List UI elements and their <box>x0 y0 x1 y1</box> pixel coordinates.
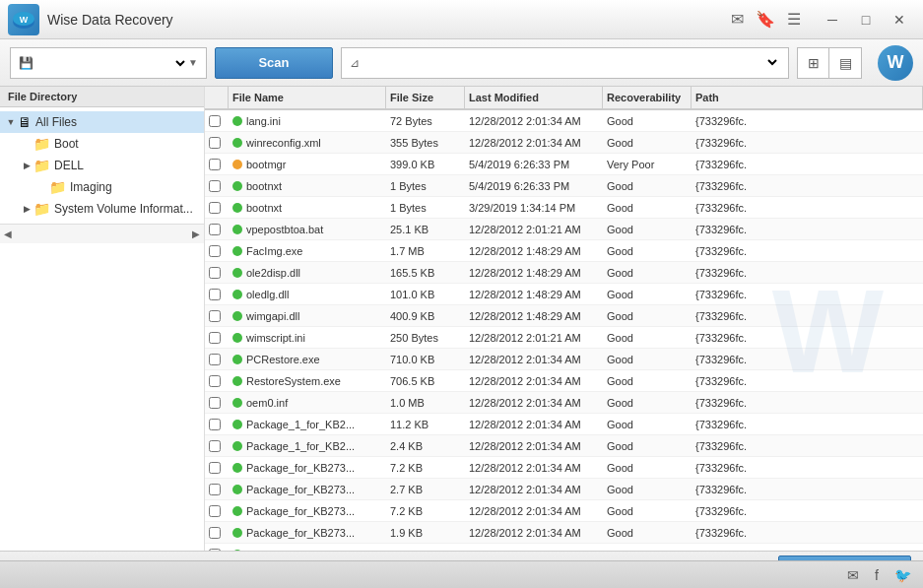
sidebar-item-label: DELL <box>54 159 84 172</box>
scroll-left-arrow[interactable]: ◀ <box>4 229 12 239</box>
table-row[interactable]: bootnxt 1 Bytes 5/4/2019 6:26:33 PM Good… <box>205 175 923 197</box>
row-filename: bootnxt <box>229 202 386 214</box>
table-row[interactable]: Package_for_KB273... 2.7 KB 12/28/2012 2… <box>205 479 923 500</box>
expand-icon: ▶ <box>20 161 33 170</box>
col-header-check[interactable] <box>205 87 229 108</box>
row-filename: PCRestore.exe <box>229 354 386 365</box>
col-header-name[interactable]: File Name <box>229 87 386 108</box>
col-header-size[interactable]: File Size <box>386 87 465 108</box>
row-path: {733296fc. <box>692 462 923 474</box>
row-path: {733296fc. <box>692 267 923 279</box>
sidebar-header: File Directory <box>0 87 204 107</box>
sidebar-item-all-files[interactable]: ▼ 🖥 All Files <box>0 111 204 133</box>
row-checkbox[interactable] <box>205 159 229 170</box>
table-row[interactable]: Package_1_for_KB2... 11.2 KB 12/28/2012 … <box>205 414 923 435</box>
col-header-modified[interactable]: Last Modified <box>465 87 603 108</box>
row-recoverability: Good <box>603 397 692 409</box>
table-row[interactable]: FacImg.exe 1.7 MB 12/28/2012 1:48:29 AM … <box>205 240 923 262</box>
row-path: {733296fc. <box>692 549 923 552</box>
mail-icon[interactable]: ✉ <box>731 10 744 29</box>
maximize-button[interactable]: □ <box>850 6 882 33</box>
email-bottom-icon[interactable]: ✉ <box>847 567 859 583</box>
status-dot <box>232 138 242 148</box>
status-dot <box>232 225 242 234</box>
row-checkbox[interactable] <box>205 484 229 495</box>
row-checkbox[interactable] <box>205 202 229 214</box>
sidebar-item-sysvolinfo[interactable]: ▶ 📁 System Volume Informat... <box>0 198 204 220</box>
row-filesize: 11.2 KB <box>386 419 465 430</box>
sidebar-item-boot[interactable]: 📁 Boot <box>0 133 204 155</box>
row-checkbox[interactable] <box>205 332 229 344</box>
row-recoverability: Good <box>603 310 692 322</box>
row-checkbox[interactable] <box>205 397 229 409</box>
row-filename: Package_1_for_KB2... <box>229 419 386 430</box>
close-button[interactable]: ✕ <box>884 6 915 33</box>
table-row[interactable]: vpepostbtoa.bat 25.1 KB 12/28/2012 2:01:… <box>205 219 923 240</box>
row-checkbox[interactable] <box>205 462 229 474</box>
view-toggle: ⊞ ▤ <box>797 47 862 79</box>
table-row[interactable]: bootmgr 399.0 KB 5/4/2019 6:26:33 PM Ver… <box>205 154 923 175</box>
row-checkbox[interactable] <box>205 310 229 322</box>
table-row[interactable]: PCRestore.exe 710.0 KB 12/28/2012 2:01:3… <box>205 349 923 370</box>
facebook-bottom-icon[interactable]: f <box>875 567 879 583</box>
row-checkbox[interactable] <box>205 289 229 300</box>
user-avatar: W <box>878 45 913 81</box>
sidebar-item-dell[interactable]: ▶ 📁 DELL <box>0 155 204 176</box>
row-checkbox[interactable] <box>205 224 229 235</box>
row-recoverability: Good <box>603 332 692 344</box>
table-row[interactable]: ole2disp.dll 165.5 KB 12/28/2012 1:48:29… <box>205 262 923 284</box>
main-content: File Directory ▼ 🖥 All Files 📁 Boot ▶ 📁 … <box>0 87 923 551</box>
scan-button[interactable]: Scan <box>215 47 333 79</box>
col-header-recoverability[interactable]: Recoverability <box>603 87 692 108</box>
row-recoverability: Good <box>603 289 692 300</box>
drive-dropdown[interactable] <box>39 55 188 71</box>
row-checkbox[interactable] <box>205 375 229 387</box>
row-checkbox[interactable] <box>205 245 229 257</box>
row-checkbox[interactable] <box>205 527 229 539</box>
scroll-right-arrow[interactable]: ▶ <box>192 229 200 239</box>
row-checkbox[interactable] <box>205 137 229 149</box>
table-row[interactable]: lang.ini 72 Bytes 12/28/2012 2:01:34 AM … <box>205 110 923 132</box>
row-checkbox[interactable] <box>205 354 229 365</box>
table-row[interactable]: Package_for_KB273... 7.2 KB 12/28/2012 2… <box>205 544 923 551</box>
menu-icon[interactable]: ☰ <box>787 10 801 29</box>
row-checkbox[interactable] <box>205 549 229 552</box>
drive-selector[interactable]: 💾 ▼ <box>10 47 207 79</box>
file-list: W lang.ini 72 Bytes 12/28/2012 2:01:34 A… <box>205 110 923 551</box>
view-list-button[interactable]: ▤ <box>829 48 861 78</box>
row-modified: 12/28/2012 2:01:34 AM <box>465 137 603 149</box>
table-row[interactable]: Package_1_for_KB2... 2.4 KB 12/28/2012 2… <box>205 435 923 457</box>
table-row[interactable]: wimgapi.dll 400.9 KB 12/28/2012 1:48:29 … <box>205 305 923 327</box>
sidebar-item-imaging[interactable]: 📁 Imaging <box>0 176 204 198</box>
row-path: {733296fc. <box>692 505 923 517</box>
table-row[interactable]: bootnxt 1 Bytes 3/29/2019 1:34:14 PM Goo… <box>205 197 923 219</box>
twitter-bottom-icon[interactable]: 🐦 <box>894 567 911 583</box>
row-checkbox[interactable] <box>205 115 229 127</box>
row-modified: 3/29/2019 1:34:14 PM <box>465 202 603 214</box>
row-checkbox[interactable] <box>205 180 229 192</box>
table-row[interactable]: oledlg.dll 101.0 KB 12/28/2012 1:48:29 A… <box>205 284 923 305</box>
table-row[interactable]: Package_for_KB273... 1.9 KB 12/28/2012 2… <box>205 522 923 544</box>
col-header-path[interactable]: Path <box>692 87 923 108</box>
filter-dropdown[interactable] <box>760 54 780 71</box>
window-controls: ─ □ ✕ <box>817 6 915 33</box>
row-checkbox[interactable] <box>205 419 229 430</box>
table-row[interactable]: Package_for_KB273... 7.2 KB 12/28/2012 2… <box>205 457 923 479</box>
row-modified: 12/28/2012 2:01:34 AM <box>465 462 603 474</box>
table-row[interactable]: wimscript.ini 250 Bytes 12/28/2012 2:01:… <box>205 327 923 349</box>
table-row[interactable]: RestoreSystem.exe 706.5 KB 12/28/2012 2:… <box>205 370 923 392</box>
expand-icon: ▼ <box>4 117 18 127</box>
row-filesize: 1.7 MB <box>386 245 465 257</box>
table-row[interactable]: winreconfig.xml 355 Bytes 12/28/2012 2:0… <box>205 132 923 154</box>
row-checkbox[interactable] <box>205 440 229 452</box>
table-row[interactable]: oem0.inf 1.0 MB 12/28/2012 2:01:34 AM Go… <box>205 392 923 414</box>
view-split-button[interactable]: ⊞ <box>798 48 829 78</box>
row-checkbox[interactable] <box>205 505 229 517</box>
row-recoverability: Good <box>603 440 692 452</box>
table-row[interactable]: Package_for_KB273... 7.2 KB 12/28/2012 2… <box>205 500 923 522</box>
row-filename: RestoreSystem.exe <box>229 375 386 387</box>
minimize-button[interactable]: ─ <box>817 6 848 33</box>
bookmark-icon[interactable]: 🔖 <box>756 10 775 29</box>
row-checkbox[interactable] <box>205 267 229 279</box>
filter-input[interactable] <box>365 56 760 70</box>
